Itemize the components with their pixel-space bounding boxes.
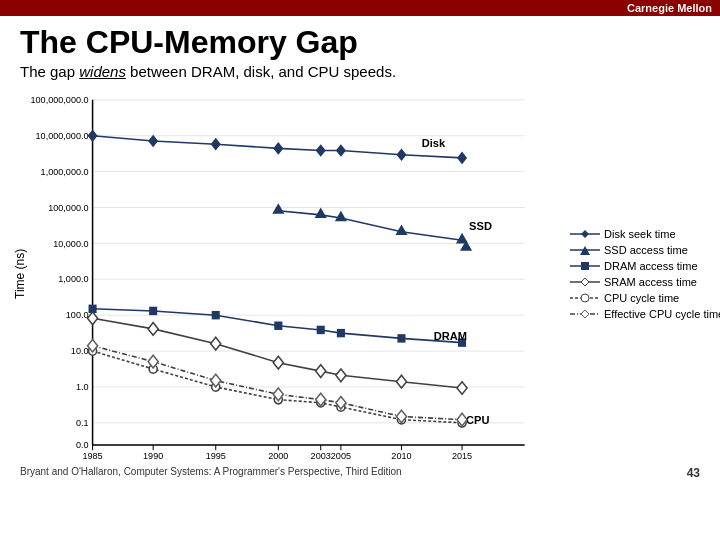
svg-text:0.1: 0.1 — [76, 418, 89, 428]
svg-marker-53 — [395, 224, 407, 235]
svg-text:2015: 2015 — [452, 451, 472, 461]
legend-label-sram: SRAM access time — [604, 276, 697, 288]
svg-rect-61 — [317, 326, 325, 334]
svg-marker-45 — [316, 144, 326, 157]
svg-marker-73 — [457, 382, 467, 395]
svg-marker-71 — [336, 369, 346, 382]
svg-marker-68 — [211, 337, 221, 350]
svg-text:1995: 1995 — [206, 451, 226, 461]
legend-item-disk: Disk seek time — [570, 228, 710, 240]
svg-marker-43 — [211, 138, 221, 151]
svg-marker-42 — [148, 135, 158, 148]
svg-marker-50 — [272, 203, 284, 214]
svg-marker-98 — [581, 278, 589, 286]
legend-label-cpu-cycle: CPU cycle time — [604, 292, 679, 304]
svg-text:2003: 2003 — [311, 451, 331, 461]
svg-rect-58 — [149, 307, 157, 315]
svg-marker-70 — [316, 365, 326, 378]
subtitle: The gap widens between DRAM, disk, and C… — [0, 63, 720, 84]
svg-rect-96 — [581, 262, 589, 270]
svg-text:10,000.0: 10,000.0 — [53, 238, 88, 248]
svg-rect-63 — [397, 334, 405, 342]
legend-label-ssd: SSD access time — [604, 244, 688, 256]
svg-text:Year: Year — [297, 463, 318, 464]
svg-text:CPU: CPU — [466, 414, 489, 426]
svg-text:1990: 1990 — [143, 451, 163, 461]
legend-item-cpu-cycle: CPU cycle time — [570, 292, 710, 304]
footer: Bryant and O'Hallaron, Computer Systems:… — [0, 464, 720, 482]
svg-text:2010: 2010 — [391, 451, 411, 461]
subtitle-suffix: between DRAM, disk, and CPU speeds. — [126, 63, 396, 80]
chart-with-legend: 100,000,000.0 10,000,000.0 1,000,000.0 1… — [30, 84, 710, 464]
legend-label-disk: Disk seek time — [604, 228, 676, 240]
svg-text:100,000,000.0: 100,000,000.0 — [31, 95, 89, 105]
svg-text:1,000.0: 1,000.0 — [58, 274, 88, 284]
legend-item-ssd: SSD access time — [570, 244, 710, 256]
svg-text:1985: 1985 — [82, 451, 102, 461]
chart-legend: Disk seek time SSD access time DRAM acce… — [565, 84, 710, 464]
svg-marker-47 — [396, 148, 406, 161]
y-axis-label: Time (ns) — [10, 84, 30, 464]
svg-text:0.0: 0.0 — [76, 440, 89, 450]
page-title: The CPU-Memory Gap — [0, 16, 720, 63]
svg-text:100,000.0: 100,000.0 — [48, 202, 88, 212]
subtitle-prefix: The gap — [20, 63, 79, 80]
svg-text:Disk: Disk — [422, 137, 446, 149]
svg-marker-72 — [396, 375, 406, 388]
chart-svg: 100,000,000.0 10,000,000.0 1,000,000.0 1… — [30, 84, 565, 464]
page-number: 43 — [687, 466, 700, 480]
svg-text:SSD: SSD — [469, 219, 492, 231]
svg-marker-44 — [273, 142, 283, 155]
brand-name: Carnegie Mellon — [627, 2, 712, 14]
svg-marker-92 — [581, 230, 589, 238]
svg-text:2000: 2000 — [268, 451, 288, 461]
chart-area: Time (ns) 100,000,000.0 10,000,000.0 1,0… — [0, 84, 720, 464]
legend-item-eff-cpu: Effective CPU cycle time — [570, 308, 710, 320]
svg-text:10,000,000.0: 10,000,000.0 — [36, 131, 89, 141]
legend-item-sram: SRAM access time — [570, 276, 710, 288]
svg-text:100.0: 100.0 — [66, 310, 89, 320]
svg-marker-102 — [581, 310, 589, 318]
subtitle-italic: widens — [79, 63, 126, 80]
svg-text:1,000,000.0: 1,000,000.0 — [41, 167, 89, 177]
svg-text:2005: 2005 — [331, 451, 351, 461]
svg-marker-67 — [148, 323, 158, 336]
svg-marker-41 — [88, 129, 98, 142]
svg-marker-52 — [335, 211, 347, 222]
svg-rect-60 — [274, 322, 282, 330]
svg-text:DRAM: DRAM — [434, 330, 467, 342]
svg-text:1.0: 1.0 — [76, 382, 89, 392]
svg-marker-48 — [457, 152, 467, 165]
legend-label-dram: DRAM access time — [604, 260, 698, 272]
svg-marker-66 — [88, 312, 98, 325]
svg-marker-69 — [273, 356, 283, 369]
svg-rect-62 — [337, 329, 345, 337]
svg-marker-46 — [336, 144, 346, 157]
svg-marker-51 — [315, 208, 327, 219]
legend-item-dram: DRAM access time — [570, 260, 710, 272]
legend-label-eff-cpu: Effective CPU cycle time — [604, 308, 720, 320]
citation: Bryant and O'Hallaron, Computer Systems:… — [20, 466, 402, 480]
header-bar: Carnegie Mellon — [0, 0, 720, 16]
svg-rect-59 — [212, 311, 220, 319]
svg-text:10.0: 10.0 — [71, 346, 89, 356]
svg-point-100 — [581, 294, 589, 302]
